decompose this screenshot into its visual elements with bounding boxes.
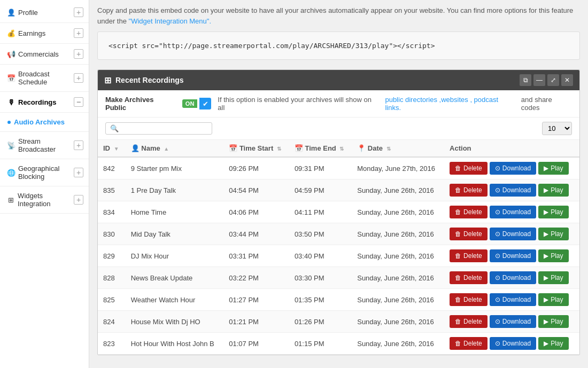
- expand-plus-icon[interactable]: +: [74, 195, 83, 205]
- delete-button[interactable]: 🗑 Delete: [450, 293, 488, 306]
- cell-time_start: 04:06 PM: [223, 201, 289, 223]
- expand-plus-icon[interactable]: +: [74, 28, 83, 38]
- search-input[interactable]: [121, 124, 207, 132]
- widgets-integration-icon: ⊞: [7, 196, 14, 203]
- widget-integration-link[interactable]: "Widget Integration Menu".: [129, 17, 211, 25]
- cell-id: 834: [98, 201, 126, 223]
- col-header-date[interactable]: 📍 Date ⇅: [352, 140, 444, 157]
- recordings-table-wrapper: ID ▼👤 Name ▲📅 Time Start ⇅📅 Time End ⇅📍 …: [98, 140, 579, 355]
- download-button[interactable]: ⊙ Download: [490, 184, 536, 197]
- sidebar-item-label-geographical-blocking: Geographical Blocking: [18, 165, 74, 181]
- delete-button[interactable]: 🗑 Delete: [450, 184, 488, 197]
- delete-button[interactable]: 🗑 Delete: [450, 315, 488, 328]
- play-icon: ▶: [544, 296, 548, 303]
- cell-name: 9 Starter pm Mix: [126, 157, 224, 179]
- cell-time_start: 03:44 PM: [223, 223, 289, 245]
- play-button[interactable]: ▶ Play: [538, 293, 568, 306]
- expand-plus-icon[interactable]: +: [74, 140, 83, 150]
- public-directories-link[interactable]: public directories ,websites , podcast l…: [385, 96, 514, 112]
- expand-plus-icon[interactable]: +: [74, 49, 83, 59]
- sidebar-item-widgets-integration[interactable]: ⊞Widgets Integration+: [0, 186, 89, 214]
- delete-button[interactable]: 🗑 Delete: [450, 337, 488, 350]
- per-page-select[interactable]: 102550100: [542, 122, 572, 135]
- table-row: 834Home Time04:06 PM04:11 PMSunday, June…: [98, 201, 579, 223]
- delete-button[interactable]: 🗑 Delete: [450, 249, 488, 262]
- sidebar-item-commercials[interactable]: 📢Commercials+: [0, 44, 89, 65]
- trash-icon: 🗑: [455, 230, 461, 238]
- cell-time_end: 09:31 PM: [289, 157, 352, 179]
- table-row: 830Mid Day Talk03:44 PM03:50 PMSunday, J…: [98, 223, 579, 245]
- play-button[interactable]: ▶ Play: [538, 337, 568, 350]
- col-header-time_end[interactable]: 📅 Time End ⇅: [289, 140, 352, 157]
- download-button[interactable]: ⊙ Download: [490, 337, 536, 350]
- trash-icon: 🗑: [455, 318, 461, 325]
- cell-time_start: 09:26 PM: [223, 157, 289, 179]
- expand-plus-icon[interactable]: +: [74, 73, 83, 83]
- stream-broadcaster-icon: 📡: [7, 142, 15, 149]
- delete-button[interactable]: 🗑 Delete: [450, 271, 488, 284]
- sidebar-item-broadcast-schedule[interactable]: 📅Broadcast Schedule+: [0, 65, 89, 92]
- download-label: Download: [502, 165, 531, 172]
- sidebar-item-audio-archives[interactable]: Audio Archives: [0, 113, 89, 132]
- download-button[interactable]: ⊙ Download: [490, 206, 536, 218]
- play-label: Play: [551, 340, 563, 347]
- play-button[interactable]: ▶ Play: [538, 206, 568, 218]
- collapse-minus-icon[interactable]: −: [74, 97, 83, 107]
- play-button[interactable]: ▶ Play: [538, 184, 568, 197]
- sidebar-item-profile[interactable]: 👤Profile+: [0, 2, 89, 23]
- download-icon: ⊙: [495, 252, 500, 260]
- panel-minimize-button[interactable]: —: [533, 74, 545, 86]
- table-row: 824House Mix With Dj HO01:21 PM01:26 PMS…: [98, 311, 579, 333]
- sidebar-item-label-recordings: Recordings: [18, 98, 57, 106]
- download-button[interactable]: ⊙ Download: [490, 293, 536, 306]
- delete-label: Delete: [463, 230, 482, 238]
- cell-action: 🗑 Delete ⊙ Download ▶ Play: [444, 311, 579, 333]
- play-button[interactable]: ▶ Play: [538, 228, 568, 240]
- sidebar-item-stream-broadcaster[interactable]: 📡Stream Broadcaster+: [0, 132, 89, 159]
- panel-restore-button[interactable]: ⧉: [520, 74, 531, 86]
- table-header: ID ▼👤 Name ▲📅 Time Start ⇅📅 Time End ⇅📍 …: [98, 140, 579, 157]
- delete-label: Delete: [463, 186, 482, 194]
- col-header-name[interactable]: 👤 Name ▲: [126, 140, 224, 157]
- col-header-id[interactable]: ID ▼: [98, 140, 126, 157]
- download-button[interactable]: ⊙ Download: [490, 271, 536, 284]
- search-box[interactable]: 🔍: [105, 122, 212, 135]
- action-group: 🗑 Delete ⊙ Download ▶ Play: [450, 206, 574, 218]
- delete-button[interactable]: 🗑 Delete: [450, 162, 488, 175]
- action-group: 🗑 Delete ⊙ Download ▶ Play: [450, 249, 574, 262]
- play-button[interactable]: ▶ Play: [538, 315, 568, 328]
- cell-name: 1 Pre Day Talk: [126, 179, 224, 201]
- download-icon: ⊙: [495, 208, 500, 216]
- panel-close-button[interactable]: ✕: [561, 74, 573, 86]
- cell-date: Sunday, June 26th, 2016: [352, 245, 444, 267]
- download-button[interactable]: ⊙ Download: [490, 315, 536, 328]
- sidebar-item-earnings[interactable]: 💰Earnings+: [0, 23, 89, 44]
- sidebar-item-geographical-blocking[interactable]: 🌐Geographical Blocking+: [0, 159, 89, 186]
- cell-time_end: 01:15 PM: [289, 333, 352, 355]
- download-button[interactable]: ⊙ Download: [490, 162, 536, 175]
- delete-button[interactable]: 🗑 Delete: [450, 228, 488, 240]
- download-button[interactable]: ⊙ Download: [490, 249, 536, 262]
- col-header-time_start[interactable]: 📅 Time Start ⇅: [223, 140, 289, 157]
- sidebar-item-recordings[interactable]: 🎙Recordings−: [0, 92, 89, 113]
- expand-plus-icon[interactable]: +: [74, 7, 83, 17]
- trash-icon: 🗑: [455, 252, 461, 260]
- expand-plus-icon[interactable]: +: [74, 168, 83, 177]
- delete-label: Delete: [463, 208, 482, 216]
- delete-label: Delete: [463, 274, 482, 281]
- panel-maximize-button[interactable]: ⤢: [547, 74, 559, 86]
- play-button[interactable]: ▶ Play: [538, 271, 568, 284]
- archives-description-start: If this option is enabled your archives …: [218, 96, 378, 112]
- cell-time_end: 01:35 PM: [289, 289, 352, 311]
- play-icon: ▶: [544, 186, 548, 194]
- action-group: 🗑 Delete ⊙ Download ▶ Play: [450, 337, 574, 350]
- download-icon: ⊙: [495, 296, 500, 303]
- play-button[interactable]: ▶ Play: [538, 162, 568, 175]
- panel-title: Recent Recordings: [115, 76, 184, 84]
- delete-button[interactable]: 🗑 Delete: [450, 206, 488, 218]
- play-button[interactable]: ▶ Play: [538, 249, 568, 262]
- archives-bar: Make Archives Public ON ✔ If this option…: [98, 90, 579, 118]
- download-button[interactable]: ⊙ Download: [490, 228, 536, 240]
- table-row: 829DJ Mix Hour03:31 PM03:40 PMSunday, Ju…: [98, 245, 579, 267]
- toggle-switch[interactable]: ON ✔: [182, 98, 212, 109]
